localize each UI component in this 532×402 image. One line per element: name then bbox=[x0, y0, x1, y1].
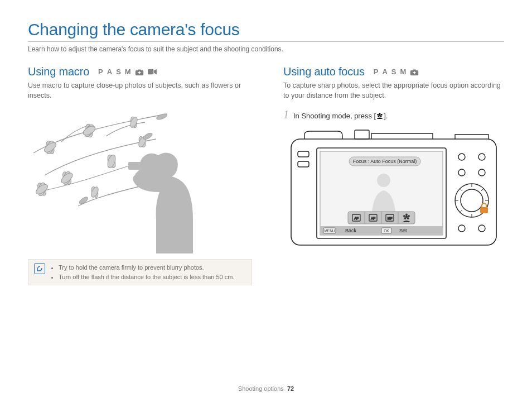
svg-rect-24 bbox=[128, 162, 141, 170]
svg-rect-75 bbox=[298, 151, 309, 157]
svg-point-47 bbox=[405, 216, 408, 218]
svg-rect-76 bbox=[298, 161, 309, 167]
plus-camera-icon bbox=[135, 68, 144, 75]
svg-point-29 bbox=[378, 116, 380, 117]
screen-back-label: Back bbox=[345, 228, 357, 233]
step-1: 1 In Shooting mode, press []. bbox=[283, 108, 504, 121]
note-box: Try to hold the camera firmly to prevent… bbox=[28, 259, 252, 285]
svg-point-50 bbox=[408, 215, 410, 217]
mode-s: S bbox=[116, 68, 121, 76]
svg-point-27 bbox=[377, 114, 379, 116]
step-number: 1 bbox=[283, 108, 289, 121]
title-rule bbox=[28, 41, 504, 42]
note-icon bbox=[34, 263, 45, 274]
screen-focus-label: Focus : Auto Focus (Normal) bbox=[353, 159, 417, 164]
svg-text:OK: OK bbox=[384, 229, 389, 233]
svg-rect-32 bbox=[355, 130, 369, 139]
video-icon bbox=[148, 69, 157, 75]
macro-body: Use macro to capture close-up photos of … bbox=[28, 80, 252, 100]
mode-a: A bbox=[107, 68, 112, 76]
note-item-2: Turn off the flash if the distance to th… bbox=[59, 272, 235, 282]
heading-macro: Using macro bbox=[28, 65, 89, 78]
step-text: In Shooting mode, press []. bbox=[293, 112, 388, 120]
svg-point-48 bbox=[405, 214, 408, 216]
page-footer: Shooting options 72 bbox=[0, 385, 532, 392]
macro-flower-icon bbox=[376, 113, 384, 119]
note-item-1: Try to hold the camera firmly to prevent… bbox=[59, 263, 235, 272]
intro-text: Learn how to adjust the camera's focus t… bbox=[28, 45, 504, 53]
svg-text:AF: AF bbox=[354, 217, 359, 220]
svg-point-13 bbox=[106, 154, 117, 169]
svg-rect-72 bbox=[480, 207, 488, 213]
svg-point-52 bbox=[407, 217, 409, 219]
screen-set-label: Set bbox=[399, 228, 407, 233]
mode-icons-left: P A S M bbox=[98, 68, 157, 76]
svg-text:MF: MF bbox=[388, 217, 393, 220]
plus-camera-icon bbox=[410, 68, 419, 75]
mode-p: P bbox=[374, 68, 379, 76]
svg-point-22 bbox=[142, 132, 153, 141]
mode-s: S bbox=[391, 68, 396, 76]
svg-text:AF: AF bbox=[371, 217, 375, 220]
heading-autofocus: Using auto focus bbox=[283, 65, 365, 78]
svg-point-58 bbox=[458, 154, 465, 160]
svg-point-36 bbox=[377, 174, 390, 187]
autofocus-body: To capture sharp photos, select the appr… bbox=[283, 80, 504, 100]
svg-point-30 bbox=[380, 116, 382, 117]
svg-point-26 bbox=[379, 113, 381, 114]
svg-point-61 bbox=[478, 169, 485, 176]
page-title: Changing the camera's focus bbox=[28, 20, 504, 39]
mode-m: M bbox=[400, 68, 407, 76]
mode-icons-right: P A S M bbox=[374, 68, 419, 76]
svg-text:MENU: MENU bbox=[324, 229, 335, 233]
svg-point-74 bbox=[478, 225, 485, 232]
footer-page: 72 bbox=[287, 385, 294, 392]
column-left: Using macro P A S M Use macro to capture… bbox=[28, 65, 252, 285]
mode-a: A bbox=[382, 68, 387, 76]
svg-point-25 bbox=[379, 114, 381, 116]
footer-section: Shooting options bbox=[238, 385, 284, 392]
svg-rect-0 bbox=[148, 69, 153, 74]
svg-point-49 bbox=[403, 215, 405, 217]
svg-point-59 bbox=[478, 154, 485, 160]
svg-point-73 bbox=[458, 225, 465, 232]
svg-point-28 bbox=[381, 114, 383, 116]
svg-point-51 bbox=[404, 217, 407, 219]
mode-p: P bbox=[98, 68, 103, 76]
svg-point-21 bbox=[156, 113, 168, 121]
camera-back-illustration: Focus : Auto Focus (Normal) AF AF bbox=[288, 129, 500, 249]
svg-point-63 bbox=[461, 189, 483, 212]
svg-point-60 bbox=[458, 169, 465, 176]
svg-point-8 bbox=[129, 116, 139, 128]
svg-point-20 bbox=[90, 186, 100, 198]
column-right: Using auto focus P A S M To capture shar… bbox=[283, 65, 504, 285]
macro-illustration bbox=[28, 108, 223, 253]
mode-m: M bbox=[125, 68, 131, 76]
